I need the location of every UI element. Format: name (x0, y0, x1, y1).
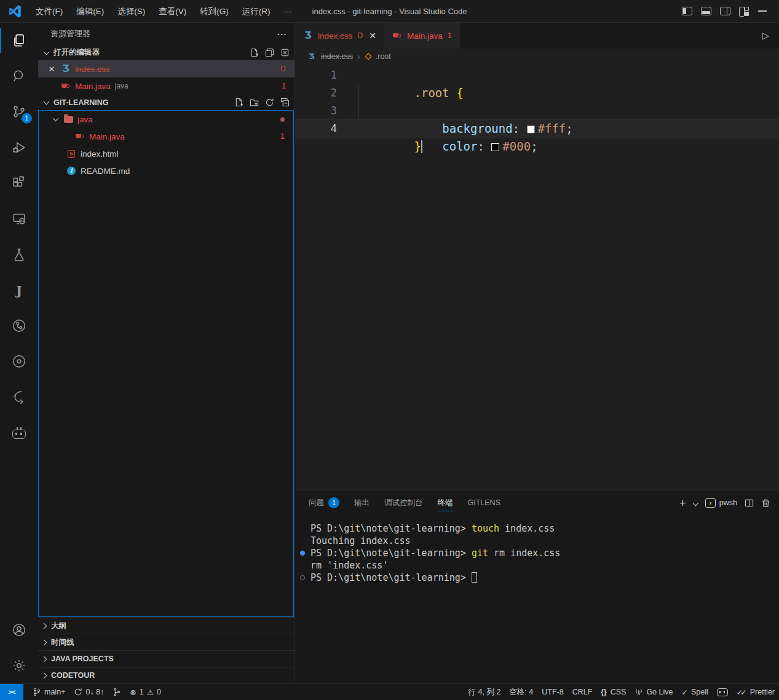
terminal-command-token: touch (472, 523, 499, 534)
gitlens-icon[interactable] (0, 308, 38, 344)
collapse-folders-icon[interactable] (280, 98, 290, 107)
color-swatch-black[interactable] (491, 143, 499, 151)
code-line[interactable]: 1.root { (295, 66, 779, 84)
tree-item-readme[interactable]: README.md (39, 162, 293, 179)
new-untitled-file-icon[interactable] (250, 48, 259, 57)
save-all-icon[interactable] (265, 48, 274, 57)
new-terminal-icon[interactable]: + (679, 497, 686, 509)
breadcrumb-symbol[interactable]: .root (376, 52, 391, 61)
close-icon[interactable]: ✕ (369, 31, 376, 41)
menu-edit[interactable]: 编辑(E) (69, 0, 111, 23)
menu-selection[interactable]: 选择(S) (111, 0, 152, 23)
run-code-icon[interactable]: ▷ (752, 23, 779, 49)
encoding-item[interactable]: UTF-8 (537, 684, 567, 700)
cursor-position-item[interactable]: 行 4, 列 2 (464, 684, 505, 700)
sync-changes-item[interactable]: 0↓ 8↑ (69, 684, 108, 700)
testing-icon[interactable] (0, 237, 38, 272)
codetour-icon[interactable] (0, 379, 38, 415)
kill-terminal-trash-icon[interactable] (761, 498, 770, 508)
gitlens-inspect-icon[interactable] (0, 344, 38, 379)
java-projects-section[interactable]: JAVA PROJECTS (38, 650, 295, 667)
terminal-icon: › (705, 498, 716, 508)
terminal-profile-dropdown-icon[interactable] (692, 500, 698, 506)
workspace-folder-header[interactable]: GIT-LEARNING (38, 95, 295, 110)
menu-view[interactable]: 查看(V) (152, 0, 193, 23)
indentation-item[interactable]: 空格: 4 (505, 684, 537, 700)
search-icon[interactable] (0, 58, 38, 94)
close-all-editors-icon[interactable] (280, 48, 290, 57)
panel-tab-debug-console[interactable]: 调试控制台 (384, 490, 423, 515)
problems-status-item[interactable]: ⊗ 1 ⚠ 0 (125, 684, 165, 700)
menu-more[interactable]: ··· (277, 0, 299, 23)
new-folder-icon[interactable] (250, 98, 259, 107)
remote-explorer-icon[interactable] (0, 201, 38, 237)
menu-file[interactable]: 文件(F) (29, 0, 69, 23)
code-line-current[interactable]: 4} (295, 120, 779, 138)
refresh-icon[interactable] (265, 98, 274, 107)
timeline-section[interactable]: 时间线 (38, 634, 295, 650)
explorer-icon[interactable] (0, 23, 38, 58)
go-live-item[interactable]: Go Live (630, 684, 677, 700)
git-branch-item[interactable]: main+ (28, 684, 69, 700)
run-debug-icon[interactable] (0, 130, 38, 165)
open-editor-item-mainjava[interactable]: Main.java java 1 (38, 77, 295, 95)
error-icon: ⊗ (130, 688, 136, 697)
panel-tab-output[interactable]: 输出 (354, 490, 370, 515)
open-editor-item-indexcss[interactable]: ✕ index.css D (38, 60, 295, 77)
copilot-status-item[interactable] (713, 684, 732, 700)
panel-tab-label: 问题 (309, 498, 324, 508)
tree-item-mainjava[interactable]: Main.java 1 (39, 128, 293, 145)
broadcast-icon (635, 688, 643, 696)
panel-tab-terminal[interactable]: 终端 (438, 490, 453, 515)
explorer-more-actions-icon[interactable]: ··· (277, 29, 287, 39)
terminal-prompt-line[interactable]: PS D:\git\note\git-learning> (310, 572, 779, 584)
spell-checker-item[interactable]: ✓ Spell (677, 684, 712, 700)
new-file-icon[interactable] (234, 98, 243, 107)
java-file-icon (74, 133, 85, 141)
outline-label: 大纲 (51, 621, 66, 631)
code-editor[interactable]: 1.root { 2background: #fff; 3color: #000… (295, 65, 779, 490)
minimize-icon[interactable] (758, 10, 767, 12)
extensions-icon[interactable] (0, 165, 38, 201)
chevron-right-icon (41, 672, 47, 678)
eol-item[interactable]: CRLF (568, 684, 597, 700)
tab-mainjava[interactable]: Main.java 1 (384, 23, 460, 49)
outline-section[interactable]: 大纲 (38, 617, 295, 634)
open-editors-header[interactable]: 打开的编辑器 (38, 45, 295, 60)
terminal-cursor (472, 572, 477, 583)
toggle-sidebar-icon[interactable] (682, 7, 692, 15)
code-line[interactable]: 3color: #000; (295, 102, 779, 120)
file-tree[interactable]: java Main.java 1 index.html README.md (38, 110, 294, 617)
split-terminal-icon[interactable] (745, 498, 754, 508)
toggle-panel-icon[interactable] (701, 7, 711, 15)
language-mode-item[interactable]: {} CSS (596, 684, 630, 700)
terminal-profile-label[interactable]: pwsh (719, 498, 737, 507)
breadcrumb-file[interactable]: index.css (321, 52, 353, 61)
menu-goto[interactable]: 转到(G) (193, 0, 235, 23)
panel-tab-gitlens[interactable]: GITLENS (468, 490, 501, 515)
command-decoration-icon (300, 575, 305, 580)
remote-indicator[interactable]: >< (0, 684, 23, 700)
toggle-secondary-sidebar-icon[interactable] (720, 7, 730, 15)
copilot-icon[interactable] (0, 415, 38, 450)
prettier-item[interactable]: ✓✓ Prettier (732, 684, 779, 700)
panel-tab-problems[interactable]: 问题 1 (309, 490, 339, 515)
tree-item-indexhtml[interactable]: index.html (39, 145, 293, 162)
accounts-icon[interactable] (0, 612, 38, 648)
tree-item-folder-java[interactable]: java (39, 111, 293, 128)
command-decoration-icon[interactable] (300, 551, 305, 556)
brace-token: } (414, 140, 421, 153)
settings-gear-icon[interactable] (0, 648, 38, 683)
terminal-output[interactable]: PS D:\git\note\git-learning> touch index… (295, 515, 779, 683)
menu-run[interactable]: 运行(R) (235, 0, 277, 23)
code-line[interactable]: 2background: #fff; (295, 84, 779, 102)
customize-layout-icon[interactable] (739, 7, 749, 16)
source-control-icon[interactable]: 1 (0, 94, 38, 130)
tree-item-label: README.md (81, 167, 130, 176)
codetour-section[interactable]: CODETOUR (38, 667, 295, 683)
close-icon[interactable]: ✕ (47, 65, 57, 74)
panel-tab-label: GITLENS (468, 498, 501, 507)
java-projects-icon[interactable]: J (0, 272, 38, 308)
tab-indexcss[interactable]: index.css D ✕ (295, 23, 384, 49)
source-control-graph-item[interactable] (108, 684, 125, 700)
